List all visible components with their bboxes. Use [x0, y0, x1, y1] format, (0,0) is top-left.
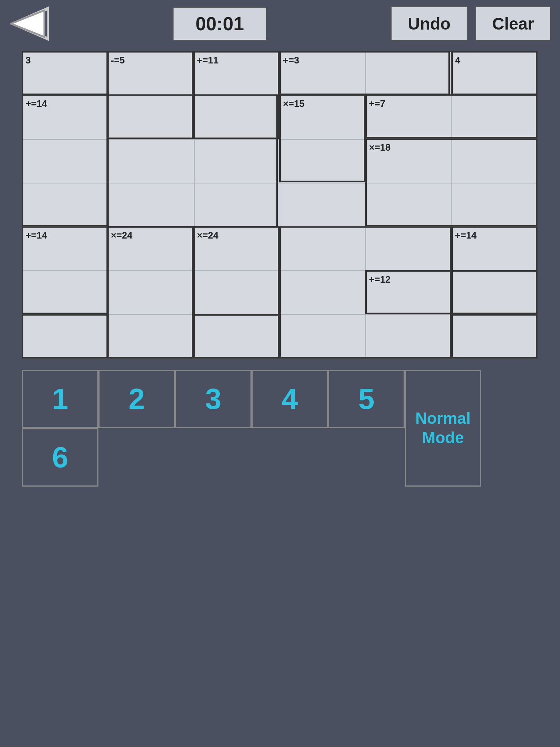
num-1-button[interactable]: 1 — [22, 370, 98, 428]
puzzle-grid: .cage-border { fill: rgba(214,217,224,0.… — [22, 51, 538, 359]
grid-cell[interactable] — [366, 271, 451, 314]
grid-cell[interactable] — [280, 52, 366, 96]
grid-cell[interactable] — [108, 271, 194, 314]
mode-button[interactable]: NormalMode — [405, 370, 481, 487]
svg-marker-1 — [11, 10, 44, 37]
grid-cell[interactable] — [23, 314, 108, 358]
grid-background — [22, 51, 538, 359]
timer-box: 00:01 — [56, 7, 383, 41]
grid-cell[interactable] — [23, 227, 108, 271]
grid-cell[interactable] — [23, 183, 108, 227]
grid-cell[interactable] — [194, 271, 280, 314]
grid-cell[interactable] — [194, 227, 280, 271]
num-5-button[interactable]: 5 — [328, 370, 405, 428]
grid-cell[interactable] — [194, 183, 280, 227]
grid-cell[interactable] — [194, 314, 280, 358]
grid-cell[interactable] — [194, 139, 280, 183]
grid-cell[interactable] — [452, 271, 537, 314]
grid-cell[interactable] — [366, 183, 451, 227]
grid-cell[interactable] — [108, 139, 194, 183]
num-4-button[interactable]: 4 — [252, 370, 328, 428]
num-3-button[interactable]: 3 — [175, 370, 252, 428]
grid-cell[interactable] — [452, 96, 537, 139]
grid-cell[interactable] — [108, 52, 194, 96]
clear-button[interactable]: Clear — [475, 6, 551, 41]
grid-cell[interactable] — [108, 227, 194, 271]
header: 00:01 Undo Clear — [0, 0, 560, 47]
grid-cell[interactable] — [280, 227, 366, 271]
grid-cell[interactable] — [280, 314, 366, 358]
grid-cell[interactable] — [366, 139, 451, 183]
grid-cell[interactable] — [452, 52, 537, 96]
grid-cell[interactable] — [194, 96, 280, 139]
grid-cell[interactable] — [23, 271, 108, 314]
grid-cell[interactable] — [280, 139, 366, 183]
grid-cell[interactable] — [23, 139, 108, 183]
grid-cell[interactable] — [366, 52, 451, 96]
back-button[interactable] — [9, 5, 49, 42]
grid-cell[interactable] — [23, 52, 108, 96]
grid-cell[interactable] — [108, 96, 194, 139]
grid-cell[interactable] — [366, 227, 451, 271]
grid-cell[interactable] — [280, 96, 366, 139]
num-2-button[interactable]: 2 — [98, 370, 175, 428]
undo-button[interactable]: Undo — [390, 6, 468, 41]
grid-cell[interactable] — [108, 314, 194, 358]
grid-cell[interactable] — [366, 314, 451, 358]
timer-display: 00:01 — [172, 7, 267, 41]
grid-cell[interactable] — [108, 183, 194, 227]
grid-cell[interactable] — [452, 183, 537, 227]
grid-cell[interactable] — [452, 227, 537, 271]
grid-cell[interactable] — [280, 271, 366, 314]
grid-cell[interactable] — [452, 314, 537, 358]
grid-cell[interactable] — [366, 96, 451, 139]
numpad: 1 2 3 4 5 NormalMode 6 — [22, 370, 538, 487]
grid-cell[interactable] — [194, 52, 280, 96]
grid-cell[interactable] — [280, 183, 366, 227]
grid-cell[interactable] — [452, 139, 537, 183]
num-6-button[interactable]: 6 — [22, 428, 98, 487]
grid-cell[interactable] — [23, 96, 108, 139]
